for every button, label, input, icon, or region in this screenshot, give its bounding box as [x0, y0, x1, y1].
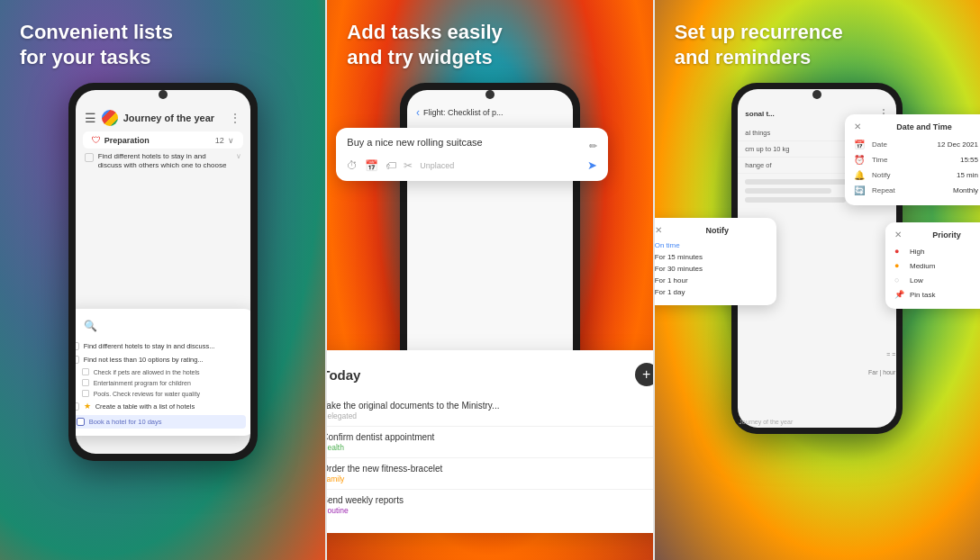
star-icon: ★	[84, 402, 91, 411]
float-task-2: Find not less than 10 options by rating.…	[76, 353, 246, 366]
medium-icon: ●	[894, 261, 905, 270]
float-task-1: Find different hotels to stay in and dis…	[76, 339, 246, 353]
priority-medium[interactable]: ● Medium	[894, 258, 980, 273]
notify-15min[interactable]: For 15 minutes	[655, 251, 767, 263]
phone-1: ☰ Journey of the year ⋮ 🛡 Preparation 12…	[68, 83, 258, 461]
section-icon: 🛡	[92, 135, 101, 145]
more-icon: ⋮	[229, 111, 241, 125]
high-icon: ●	[894, 247, 905, 256]
widget-item-2[interactable]: Confirm dentist appointment Health	[327, 427, 652, 458]
notify-icon: 🔔	[854, 170, 867, 180]
subtask-2: Entertainment program for children	[76, 377, 246, 388]
highlight-checkbox[interactable]	[77, 418, 85, 426]
sort-row: ↕ 🔍	[76, 316, 246, 336]
send-icon[interactable]: ➤	[587, 158, 597, 172]
priority-header: ✕ Priority ✓	[894, 230, 980, 239]
far-hour-label: Far | hour	[868, 369, 895, 375]
task-icons-row: ⏱ 📅 🏷 ✂ Unplaced ➤	[347, 158, 596, 172]
datetime-overlay[interactable]: ✕ Date and Time ✓ 📅 Date 12 Dec 2021 ✕ ⏰…	[845, 114, 980, 205]
menu-icon: ☰	[85, 111, 96, 125]
chevron-icon: ∨	[228, 136, 234, 145]
low-icon: ○	[894, 275, 905, 285]
panel-3-heading: Set up recurrence and reminders	[655, 0, 980, 78]
phone-3-area: sonal t... ⋮ al things cm up to 10 kg ha…	[655, 78, 980, 560]
datetime-header: ✕ Date and Time ✓	[854, 122, 980, 131]
date-icon[interactable]: 📅	[365, 159, 378, 172]
subtask-cb-2[interactable]	[82, 379, 89, 386]
priority-high[interactable]: ● High	[894, 244, 980, 258]
notify-1day[interactable]: For 1 day	[655, 286, 767, 298]
panel-widgets: Add tasks easily and try widgets Buy a n…	[327, 0, 652, 560]
notify-on-time[interactable]: On time	[655, 239, 767, 251]
notify-overlay[interactable]: ✕ Notify On time For 15 minutes For 30 m…	[655, 218, 776, 305]
notify-close-icon[interactable]: ✕	[655, 225, 662, 235]
datetime-date-row: 📅 Date 12 Dec 2021 ✕	[854, 137, 980, 152]
tag-icon[interactable]: 🏷	[386, 159, 396, 172]
float-checkbox-1[interactable]	[76, 342, 79, 350]
p1-task-1: Find different hotels to stay in and dis…	[76, 149, 250, 175]
datetime-close-icon[interactable]: ✕	[854, 122, 861, 131]
widget-header: Today +	[327, 363, 652, 386]
time-icon[interactable]: ⏱	[347, 159, 358, 172]
subtask-cb-3[interactable]	[82, 390, 89, 397]
phone-1-wrap: ☰ Journey of the year ⋮ 🛡 Preparation 12…	[0, 78, 325, 560]
highlight-task[interactable]: Book a hotel for 10 days	[76, 415, 246, 429]
star-checkbox[interactable]	[76, 402, 79, 411]
widget-item-1[interactable]: Take the original documents to the Minis…	[327, 395, 652, 427]
star-task: ★ Create a table with a list of hotels	[76, 399, 246, 413]
panel-reminders: Set up recurrence and reminders sonal t.…	[655, 0, 980, 560]
p1-section[interactable]: 🛡 Preparation 12 ∨	[83, 131, 243, 149]
subtask-cb-1[interactable]	[82, 368, 89, 375]
task-chevron-icon: ∨	[236, 152, 241, 160]
datetime-time-row: ⏰ Time 15:55 ✕	[854, 152, 980, 167]
subtask-1: Check if pets are allowed in the hotels	[76, 366, 246, 377]
phone-3-notch	[812, 90, 821, 99]
notify-30min[interactable]: For 30 minutes	[655, 263, 767, 275]
priority-pin[interactable]: 📌 Pin task	[894, 287, 980, 302]
float-checkbox-2[interactable]	[76, 356, 79, 364]
search-icon[interactable]: 🔍	[84, 320, 97, 332]
calendar-icon: 📅	[854, 140, 867, 149]
time-icon: ⏰	[854, 155, 867, 165]
panel-lists: Convenient lists for your tasks ☰ Journe…	[0, 0, 325, 560]
datetime-notify-row: 🔔 Notify 15 min ✕	[854, 167, 980, 183]
phone-1-screen: ☰ Journey of the year ⋮ 🛡 Preparation 12…	[76, 90, 250, 454]
datetime-repeat-row: 🔄 Repeat Monthly ✕	[854, 183, 980, 198]
priority-overlay[interactable]: ✕ Priority ✓ ● High ● Medium ○ Low	[885, 222, 980, 309]
widget-item-3[interactable]: Order the new fitness-bracelet Family	[327, 458, 652, 490]
notify-1hour[interactable]: For 1 hour	[655, 275, 767, 286]
widget-item-4[interactable]: Send weekly reports Routine	[327, 490, 652, 520]
repeat-icon: 🔄	[854, 185, 867, 195]
p1-floating-card: ↕ 🔍 Find different hotels to stay in and…	[76, 309, 250, 436]
scissors-icon[interactable]: ✂	[404, 159, 413, 172]
phone-2-notch	[485, 90, 495, 99]
app-logo	[102, 110, 118, 126]
pin-icon: 📌	[894, 290, 905, 299]
notify-header: ✕ Notify	[655, 225, 767, 235]
priority-low[interactable]: ○ Low	[894, 273, 980, 287]
today-widget: Today + Take the original documents to t…	[327, 350, 652, 533]
phone-1-notch	[159, 90, 168, 99]
panel-2-heading: Add tasks easily and try widgets	[327, 0, 652, 78]
divider-2-3	[653, 0, 655, 560]
panel-1-heading: Convenient lists for your tasks	[0, 0, 325, 78]
widget-add-button[interactable]: +	[635, 363, 653, 386]
back-icon[interactable]: ‹	[416, 106, 420, 119]
p2-task-input-card: Buy a nice new rolling suitcase ✏ ⏱ 📅 🏷 …	[336, 128, 607, 181]
task-checkbox[interactable]	[85, 153, 94, 162]
priority-close-icon[interactable]: ✕	[894, 230, 902, 239]
sort-icon[interactable]: ↕	[76, 320, 77, 332]
divider-1-2	[325, 0, 327, 560]
subtask-3: Pools. Check reviews for water quality	[76, 388, 246, 399]
edit-icon: ✏	[589, 140, 597, 152]
